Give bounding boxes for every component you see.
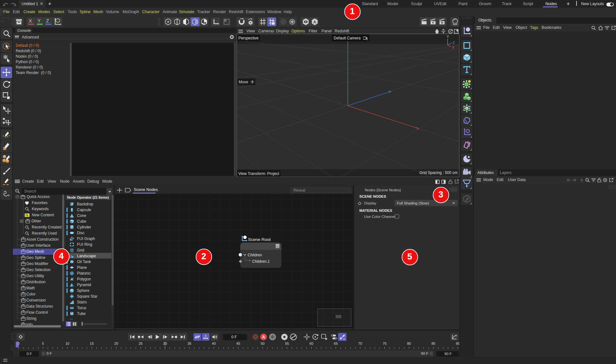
svg-text:80: 80 — [407, 342, 411, 345]
svg-text:X: X — [452, 46, 455, 49]
svg-text:5: 5 — [42, 342, 44, 345]
svg-text:60: 60 — [309, 342, 313, 345]
svg-text:15: 15 — [90, 342, 94, 345]
svg-text:10: 10 — [65, 342, 69, 345]
svg-text:50: 50 — [261, 342, 264, 345]
svg-text:55: 55 — [285, 342, 289, 345]
svg-text:40: 40 — [212, 342, 216, 345]
svg-text:A: A — [313, 20, 316, 24]
svg-text:A: A — [262, 335, 265, 339]
svg-text:85: 85 — [432, 342, 435, 345]
svg-text:0: 0 — [18, 342, 20, 345]
svg-text:75: 75 — [383, 342, 387, 345]
svg-text:25: 25 — [139, 342, 142, 345]
svg-text:70: 70 — [358, 342, 362, 345]
svg-text:20: 20 — [114, 342, 118, 345]
svg-text:35: 35 — [187, 342, 191, 345]
svg-text:A: A — [205, 334, 207, 337]
svg-text:Z: Z — [453, 41, 455, 45]
svg-text:Y: Y — [447, 35, 449, 38]
svg-text:90: 90 — [456, 342, 459, 345]
svg-text:65: 65 — [334, 342, 338, 345]
svg-text:45: 45 — [236, 342, 240, 345]
